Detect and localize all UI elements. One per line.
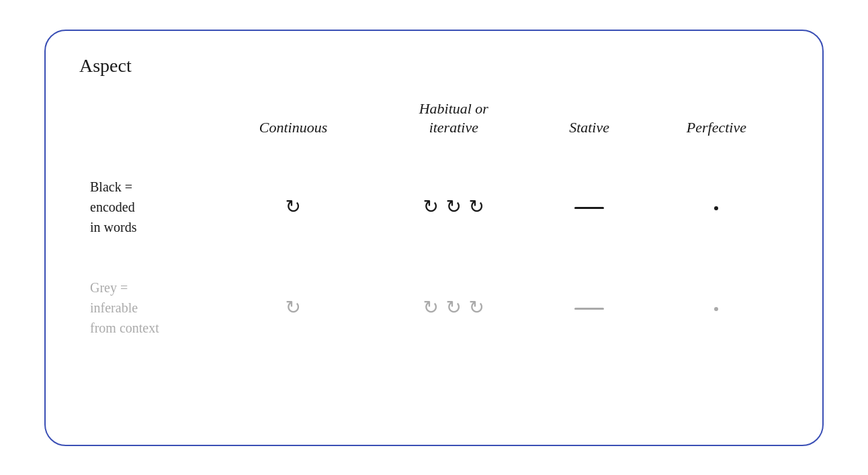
habitual-grey: ↺ ↺ ↺ — [373, 264, 534, 351]
spacer-row — [79, 251, 789, 264]
col-header-perfective: Perfective — [644, 93, 789, 157]
dot-black — [714, 206, 718, 210]
legend-grey: Grey =inferablefrom context — [79, 264, 214, 351]
continuous-grey: ↺ — [214, 264, 373, 351]
stative-grey — [534, 264, 644, 351]
arrow-symbol-grey-habitual-3: ↺ — [469, 296, 484, 318]
arrow-symbol-grey-habitual-2: ↺ — [446, 296, 462, 318]
arrow-symbol-black-habitual-1: ↺ — [423, 196, 439, 218]
perfective-black — [644, 157, 789, 251]
col-header-habitual: Habitual oriterative — [373, 93, 534, 157]
dot-grey — [714, 307, 718, 311]
arrow-symbol-grey-habitual-1: ↺ — [423, 296, 439, 318]
arrow-symbol-black-habitual-2: ↺ — [446, 196, 462, 218]
col-header-legend — [79, 93, 214, 157]
table-row: Black =encodedin words ↺ ↺ ↺ ↺ — [79, 157, 789, 251]
col-header-continuous: Continuous — [214, 93, 373, 157]
dash-grey — [574, 308, 604, 310]
arrow-symbol-grey-continuous: ↺ — [286, 296, 301, 318]
aspect-card: Aspect Continuous Habitual oriterative S… — [44, 30, 824, 446]
arrow-symbol-black-continuous: ↺ — [286, 196, 301, 218]
table-row: Grey =inferablefrom context ↺ ↺ ↺ ↺ — [79, 264, 789, 351]
col-header-stative: Stative — [534, 93, 644, 157]
perfective-grey — [644, 264, 789, 351]
arrow-symbol-black-habitual-3: ↺ — [469, 196, 484, 218]
habitual-black: ↺ ↺ ↺ — [373, 157, 534, 251]
dash-black — [574, 207, 604, 209]
continuous-black: ↺ — [214, 157, 373, 251]
aspect-table: Continuous Habitual oriterative Stative … — [79, 93, 789, 351]
legend-black: Black =encodedin words — [79, 157, 214, 251]
card-title: Aspect — [79, 55, 789, 77]
stative-black — [534, 157, 644, 251]
